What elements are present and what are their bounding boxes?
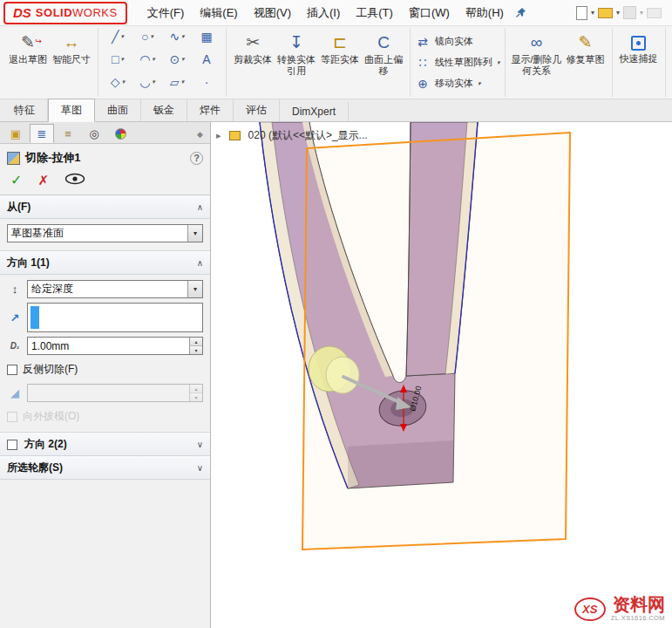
part-tree-label[interactable]: 020 (默认<<默认>_显示... [248, 128, 368, 143]
exit-sketch-button[interactable]: ✎↪ 退出草图 [6, 30, 50, 67]
spin-up-icon[interactable]: ▴ [190, 385, 202, 393]
section-direction2-header[interactable]: 方向 2(2) ∨ [0, 433, 210, 456]
repair-sketch-button[interactable]: ✎ 修复草图 [564, 30, 608, 67]
direction-reference-box[interactable] [27, 303, 203, 332]
section-direction1-header[interactable]: 方向 1(1) ∧ [0, 251, 210, 275]
dropdown-caret-icon[interactable]: ▾ [120, 56, 124, 63]
ok-button[interactable]: ✓ [10, 172, 22, 188]
start-condition-select[interactable]: 草图基准面 ▾ [7, 224, 203, 242]
section-from-header[interactable]: 从(F) ∧ [0, 195, 210, 219]
sketch-tool-line[interactable]: ╱▾ [103, 30, 132, 44]
menu-file[interactable]: 文件(F) [139, 1, 193, 25]
dropdown-caret-icon[interactable]: ▾ [150, 33, 153, 40]
dropdown-caret-icon[interactable]: ▾ [181, 78, 185, 85]
draft-angle-input[interactable]: ▴ ▾ [27, 384, 203, 402]
save-caret-icon[interactable]: ▾ [640, 9, 643, 17]
menu-tools[interactable]: 工具(T) [348, 1, 401, 25]
save-icon[interactable] [623, 6, 636, 19]
dropdown-caret-icon[interactable]: ▾ [497, 59, 500, 66]
toolbar-group-sketch-state: ✎↪ 退出草图 ↔ 智能尺寸 [2, 28, 98, 97]
spin-down-icon[interactable]: ▾ [190, 393, 202, 401]
configurationmanager-tab[interactable]: ≡ [56, 124, 80, 143]
chevron-down-icon[interactable]: ∨ [197, 463, 203, 473]
menu-view[interactable]: 视图(V) [246, 1, 299, 25]
sketch-plane[interactable] [302, 133, 570, 550]
dropdown-caret-icon[interactable]: ▾ [122, 78, 126, 85]
offset-entities-button[interactable]: ⊏ 等距实体 [318, 30, 362, 67]
dropdown-caret-icon[interactable]: ▾ [120, 33, 124, 40]
menu-window[interactable]: 窗口(W) [401, 1, 458, 25]
sketch-tool-point[interactable]: · [192, 75, 221, 89]
offset-on-surface-button[interactable]: C 曲面上偏移 [362, 30, 405, 78]
quick-snaps-button[interactable]: 快速捕捉 [617, 30, 661, 66]
print-icon[interactable] [647, 8, 662, 18]
dropdown-caret-icon[interactable]: ▾ [152, 78, 155, 85]
trim-entities-button[interactable]: ✂ 剪裁实体 [231, 30, 275, 67]
sketch-tool-3point-arc[interactable]: ◡▾ [132, 75, 162, 89]
open-folder-icon[interactable] [598, 8, 613, 18]
mirror-entities-icon: ⇄ [415, 35, 431, 49]
dimxpertmanager-tab[interactable]: ◎ [82, 124, 106, 143]
chevron-down-icon[interactable]: ∨ [197, 440, 203, 449]
end-condition-select[interactable]: 给定深度 ▾ [27, 280, 203, 298]
depth-spinner[interactable]: ▴ ▾ [189, 338, 202, 354]
new-document-icon[interactable] [576, 6, 587, 20]
tab-sketch[interactable]: 草图 [48, 99, 95, 122]
tab-surfaces[interactable]: 曲面 [95, 99, 141, 121]
tab-weldments[interactable]: 焊件 [187, 99, 234, 121]
menu-insert[interactable]: 插入(I) [299, 1, 348, 25]
tab-evaluate[interactable]: 评估 [234, 99, 280, 121]
propertymanager-tab[interactable]: ≣ [30, 124, 54, 143]
draft-icon[interactable]: ◢ [7, 386, 23, 399]
graphics-area[interactable]: ▸ 020 (默认<<默认>_显示... [211, 122, 672, 628]
section-selected-contours-header[interactable]: 所选轮廓(S) ∨ [0, 456, 210, 480]
tab-sheet-metal[interactable]: 钣金 [141, 99, 187, 121]
open-caret-icon[interactable]: ▾ [616, 9, 620, 17]
cancel-button[interactable]: ✗ [37, 173, 49, 188]
chevron-up-icon[interactable]: ∧ [197, 202, 203, 212]
dropdown-caret-icon[interactable]: ▾ [181, 33, 185, 40]
direction2-checkbox[interactable] [7, 440, 17, 450]
move-entities-button[interactable]: ⊕ 移动实体 ▾ [415, 74, 481, 92]
select-caret-icon[interactable]: ▾ [187, 225, 202, 242]
sketch-tool-ellipse[interactable]: ⊙▾ [162, 52, 192, 66]
select-caret-icon[interactable]: ▾ [187, 281, 202, 297]
sketch-tool-picture[interactable]: ▦ [192, 30, 221, 44]
convert-entities-button[interactable]: ↧ 转换实体引用 [275, 30, 318, 78]
mirror-entities-button[interactable]: ⇄ 镜向实体 [415, 32, 473, 51]
sketch-tool-parallelogram[interactable]: ▱▾ [162, 75, 192, 89]
panel-splitter-icon[interactable]: ◆ [193, 130, 207, 143]
preview-eye-icon[interactable] [64, 173, 85, 188]
sketch-tool-rectangle[interactable]: □▾ [103, 52, 132, 66]
smart-dimension-button[interactable]: ↔ 智能尺寸 [50, 30, 93, 67]
dropdown-caret-icon[interactable]: ▾ [478, 80, 481, 87]
display-delete-relations-button[interactable]: ∞ 显示/删除几何关系 [510, 30, 564, 78]
tab-features[interactable]: 特征 [2, 99, 48, 121]
tree-expand-arrow-icon[interactable]: ▸ [216, 130, 221, 141]
menu-edit[interactable]: 编辑(E) [192, 1, 245, 25]
sketch-tool-circle[interactable]: ○▾ [132, 30, 162, 44]
linear-sketch-pattern-button[interactable]: ∷ 线性草图阵列 ▾ [415, 53, 500, 72]
tab-dimxpert[interactable]: DimXpert [280, 102, 349, 121]
new-document-caret-icon[interactable]: ▾ [591, 9, 594, 17]
depth-input[interactable]: 1.00mm ▴ ▾ [27, 337, 203, 355]
featuremanager-tab[interactable]: ▣ [3, 124, 28, 143]
chevron-up-icon[interactable]: ∧ [197, 258, 203, 268]
spin-down-icon[interactable]: ▾ [190, 346, 202, 354]
model-3d-view[interactable]: Ø10.00 [211, 122, 672, 628]
sketch-tool-arc[interactable]: ◠▾ [132, 52, 162, 66]
draft-spinner[interactable]: ▴ ▾ [189, 385, 202, 401]
reverse-direction-icon[interactable]: ↕ [7, 283, 23, 296]
help-icon[interactable]: ? [190, 152, 203, 165]
menu-help[interactable]: 帮助(H) [458, 1, 512, 25]
sketch-tool-text[interactable]: A [192, 52, 221, 66]
sketch-tool-polygon[interactable]: ◇▾ [103, 75, 132, 89]
dropdown-caret-icon[interactable]: ▾ [181, 56, 185, 63]
dropdown-caret-icon[interactable]: ▾ [152, 56, 155, 63]
sketch-tool-spline[interactable]: ∿▾ [162, 30, 192, 44]
spin-up-icon[interactable]: ▴ [190, 338, 202, 346]
pin-menu-icon[interactable] [515, 7, 526, 18]
displaymanager-tab[interactable] [108, 124, 132, 143]
flip-side-to-cut-row[interactable]: 反侧切除(F) [7, 362, 203, 377]
flip-side-checkbox[interactable] [7, 365, 17, 375]
